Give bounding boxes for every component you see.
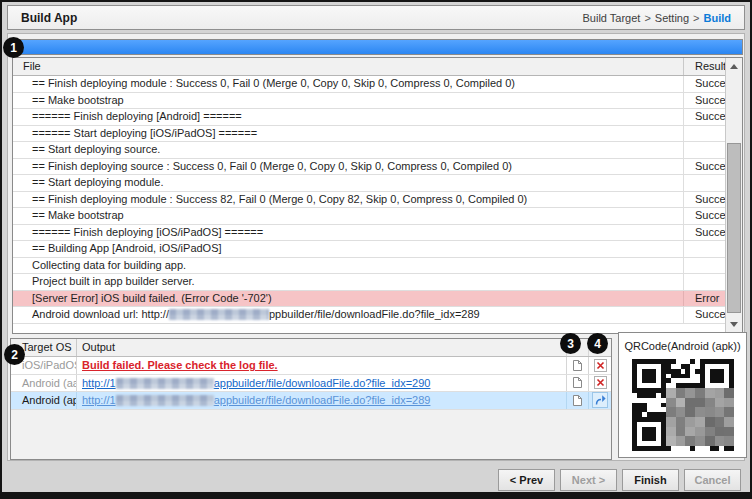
log-file-cell: Android download url: http://ppbuilder/f… bbox=[13, 307, 684, 323]
output-cell: Build failed. Please check the log file. bbox=[77, 357, 567, 374]
breadcrumb-step-setting: Setting bbox=[655, 12, 689, 24]
breadcrumb-step-build-active: Build bbox=[704, 12, 732, 24]
qr-code-image bbox=[632, 359, 734, 451]
log-row[interactable]: == Building App [Android, iOS/iPadOS] bbox=[13, 241, 742, 258]
output-table-header: Target OS Output bbox=[11, 339, 611, 357]
delete-x-icon bbox=[594, 359, 607, 372]
redacted-url-segment bbox=[169, 309, 269, 320]
annotation-badge-3: 3 bbox=[560, 333, 581, 354]
log-file-cell: == Make bootstrap bbox=[13, 208, 684, 224]
arrow-up-icon bbox=[730, 64, 738, 69]
next-button: Next > bbox=[560, 469, 617, 491]
output-row-android-apk-selected[interactable]: Android (apk) http://1appbuilder/file/do… bbox=[11, 392, 611, 410]
log-file-cell: [Server Error] iOS build failed. (Error … bbox=[13, 291, 684, 307]
title-bar: Build App Build Target>Setting>Build bbox=[7, 5, 745, 30]
log-row[interactable]: == Finish deploying module : Success 0, … bbox=[13, 76, 742, 93]
copy-icon bbox=[572, 394, 583, 407]
log-row[interactable]: ====== Finish deploying [Android] ======… bbox=[13, 109, 742, 126]
log-row[interactable]: == Finish deploying module : Success 82,… bbox=[13, 192, 742, 209]
copy-url-button[interactable] bbox=[570, 357, 586, 373]
download-link[interactable]: http://1appbuilder/file/downloadFile.do?… bbox=[82, 377, 430, 389]
output-row-android-aab[interactable]: Android (aab) http://1appbuilder/file/do… bbox=[11, 375, 611, 393]
dialog-title: Build App bbox=[21, 11, 77, 25]
progress-fill bbox=[13, 40, 742, 54]
scrollbar[interactable] bbox=[725, 58, 742, 333]
log-row[interactable]: ====== Finish deploying [iOS/iPadOS] ===… bbox=[13, 225, 742, 242]
delete-output-button[interactable] bbox=[592, 357, 608, 373]
annotation-badge-4: 4 bbox=[587, 333, 608, 354]
breadcrumb-separator: > bbox=[644, 12, 650, 24]
log-row-download-url[interactable]: Android download url: http://ppbuilder/f… bbox=[13, 307, 742, 324]
scroll-down-button[interactable] bbox=[726, 316, 742, 333]
output-cell: http://1appbuilder/file/downloadFile.do?… bbox=[77, 392, 567, 409]
scrollbar-thumb[interactable] bbox=[727, 143, 741, 313]
wizard-button-row: < Prev Next > Finish Cancel bbox=[498, 469, 741, 491]
log-row[interactable]: == Make bootstrap Success bbox=[13, 93, 742, 110]
log-file-cell: ====== Finish deploying [Android] ====== bbox=[13, 109, 684, 125]
copy-icon bbox=[572, 359, 583, 372]
output-cell: http://1appbuilder/file/downloadFile.do?… bbox=[77, 375, 567, 392]
build-app-dialog: Build App Build Target>Setting>Build Fil… bbox=[0, 0, 752, 499]
qr-panel: QRCode(Android (apk)) bbox=[618, 332, 747, 458]
build-log-table: File Result == Finish deploying module :… bbox=[12, 57, 743, 334]
log-row[interactable]: == Make bootstrap Success bbox=[13, 208, 742, 225]
annotation-badge-1: 1 bbox=[3, 37, 24, 58]
build-progress-bar bbox=[12, 39, 743, 55]
target-os-cell: Android (aab) bbox=[11, 375, 77, 392]
redacted-url-segment bbox=[116, 378, 214, 389]
delete-x-icon bbox=[594, 376, 607, 389]
log-table-header: File Result bbox=[13, 58, 742, 76]
output-row-ios[interactable]: iOS/iPadOS Build failed. Please check th… bbox=[11, 357, 611, 375]
qr-label: QRCode(Android (apk)) bbox=[619, 340, 746, 352]
breadcrumb-step-build-target: Build Target bbox=[582, 12, 640, 24]
log-file-cell: == Make bootstrap bbox=[13, 93, 684, 109]
qr-code-wrap bbox=[619, 359, 746, 455]
open-arrow-icon bbox=[595, 395, 606, 406]
log-file-cell: == Start deploying source. bbox=[13, 142, 684, 158]
log-file-cell: Project built in app builder server. bbox=[13, 274, 684, 290]
log-row[interactable]: == Finish deploying source : Success 0, … bbox=[13, 159, 742, 176]
cancel-button: Cancel bbox=[684, 469, 741, 491]
log-row-error[interactable]: [Server Error] iOS build failed. (Error … bbox=[13, 291, 742, 308]
copy-url-button[interactable] bbox=[570, 392, 586, 408]
delete-output-button[interactable] bbox=[592, 375, 608, 391]
scroll-up-button[interactable] bbox=[726, 58, 742, 75]
open-url-button[interactable] bbox=[592, 392, 608, 408]
log-file-cell: Collecting data for building app. bbox=[13, 258, 684, 274]
breadcrumb: Build Target>Setting>Build bbox=[582, 12, 731, 24]
log-row[interactable]: == Start deploying source. bbox=[13, 142, 742, 159]
finish-button[interactable]: Finish bbox=[622, 469, 679, 491]
copy-url-button[interactable] bbox=[570, 375, 586, 391]
target-os-cell: Android (apk) bbox=[11, 392, 77, 409]
log-file-cell: ====== Start deploying [iOS/iPadOS] ====… bbox=[13, 126, 684, 142]
annotation-badge-2: 2 bbox=[4, 344, 25, 365]
log-row[interactable]: Collecting data for building app. bbox=[13, 258, 742, 275]
log-row[interactable]: == Start deploying module. bbox=[13, 175, 742, 192]
log-file-cell: == Start deploying module. bbox=[13, 175, 684, 191]
log-row[interactable]: Project built in app builder server. bbox=[13, 274, 742, 291]
log-file-cell: == Finish deploying source : Success 0, … bbox=[13, 159, 684, 175]
log-file-cell: ====== Finish deploying [iOS/iPadOS] ===… bbox=[13, 225, 684, 241]
log-file-cell: == Finish deploying module : Success 0, … bbox=[13, 76, 684, 92]
build-failed-message: Build failed. Please check the log file. bbox=[82, 359, 278, 371]
log-row[interactable]: ====== Start deploying [iOS/iPadOS] ====… bbox=[13, 126, 742, 143]
column-header-file: File bbox=[13, 58, 684, 75]
download-link[interactable]: http://1appbuilder/file/downloadFile.do?… bbox=[82, 394, 430, 406]
column-header-output: Output bbox=[77, 339, 567, 356]
output-panel: Target OS Output iOS/iPadOS Build failed… bbox=[10, 338, 612, 460]
redacted-url-segment bbox=[116, 395, 214, 406]
copy-icon bbox=[572, 376, 583, 389]
log-file-cell: == Building App [Android, iOS/iPadOS] bbox=[13, 241, 684, 257]
prev-button[interactable]: < Prev bbox=[498, 469, 555, 491]
log-file-cell: == Finish deploying module : Success 82,… bbox=[13, 192, 684, 208]
breadcrumb-separator: > bbox=[693, 12, 699, 24]
arrow-down-icon bbox=[730, 322, 738, 327]
